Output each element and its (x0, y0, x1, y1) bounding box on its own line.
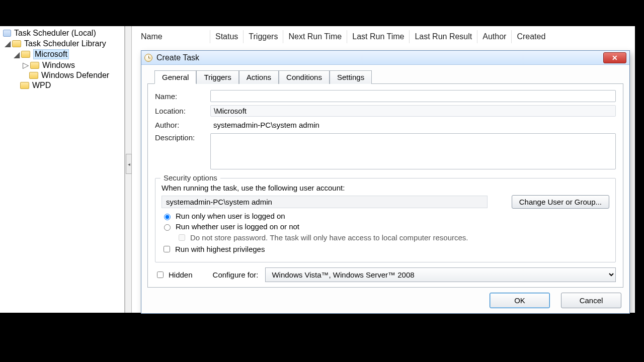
dialog-title: Create Task (156, 53, 199, 62)
radio-logged-on[interactable]: Run only when user is logged on (162, 212, 609, 220)
check-hidden-input[interactable] (157, 272, 164, 278)
tree-library-label: Task Scheduler Library (24, 39, 106, 48)
dialog-body: General Triggers Actions Conditions Sett… (141, 65, 629, 312)
main-pane: Name Status Triggers Next Run Time Last … (132, 26, 635, 313)
security-prompt: When running the task, use the following… (162, 184, 609, 192)
column-headers: Name Status Triggers Next Run Time Last … (132, 26, 635, 45)
create-task-dialog: Create Task ✕ General Triggers Actions C… (141, 50, 630, 314)
author-label: Author: (155, 121, 210, 129)
tree-wpd-label: WPD (32, 81, 51, 90)
col-next-run[interactable]: Next Run Time (283, 30, 347, 43)
folder-icon (21, 51, 30, 58)
description-input[interactable] (210, 133, 616, 169)
radio-whether[interactable]: Run whether user is logged on or not (162, 222, 609, 231)
radio-whether-input[interactable] (164, 224, 171, 231)
collapse-splitter-button[interactable]: ◂ (126, 154, 132, 174)
tree-defender-label: Windows Defender (41, 71, 109, 80)
author-value: systemadmin-PC\system admin (210, 120, 616, 130)
col-last-result[interactable]: Last Run Result (410, 30, 477, 43)
task-scheduler-window: Task Scheduler (Local) ◢ Task Scheduler … (0, 26, 635, 313)
configure-for-label: Configure for: (213, 270, 259, 279)
folder-icon (29, 72, 38, 79)
tree-pane: Task Scheduler (Local) ◢ Task Scheduler … (0, 26, 125, 313)
cancel-button[interactable]: Cancel (561, 293, 621, 308)
security-account: systemadmin-PC\system admin (162, 196, 488, 208)
col-created[interactable]: Created (512, 30, 550, 43)
radio-logged-on-input[interactable] (164, 214, 171, 220)
check-highest-privileges[interactable]: Run with highest privileges (162, 244, 609, 254)
security-options-group: Security options When running the task, … (155, 178, 616, 262)
tab-triggers[interactable]: Triggers (196, 70, 238, 84)
folder-icon (30, 62, 39, 69)
tab-general[interactable]: General (154, 70, 196, 84)
radio-whether-label: Run whether user is logged on or not (176, 222, 299, 231)
location-value: \Microsoft (210, 105, 616, 117)
tree-defender[interactable]: Windows Defender (2, 70, 124, 80)
tabstrip: General Triggers Actions Conditions Sett… (154, 70, 623, 83)
folder-icon (20, 82, 29, 89)
tree-wpd[interactable]: WPD (2, 80, 124, 90)
col-last-run[interactable]: Last Run Time (347, 30, 410, 43)
col-name[interactable]: Name (136, 30, 210, 43)
check-no-store-password-label: Do not store password. The task will onl… (190, 233, 468, 242)
description-label: Description: (155, 133, 210, 142)
col-status[interactable]: Status (210, 30, 244, 43)
tree-windows[interactable]: ▷ Windows (2, 60, 124, 70)
tree-microsoft[interactable]: ◢ Microsoft (2, 49, 124, 60)
name-input[interactable] (210, 90, 616, 102)
tab-page-general: Name: Location: \Microsoft Author: syste… (147, 83, 623, 288)
location-label: Location: (155, 107, 210, 115)
check-no-store-password[interactable]: Do not store password. The task will onl… (177, 233, 609, 242)
check-highest-privileges-input[interactable] (164, 246, 170, 252)
check-highest-privileges-label: Run with highest privileges (175, 245, 265, 253)
dialog-buttons: OK Cancel (147, 293, 623, 308)
clock-icon (144, 54, 152, 62)
dialog-titlebar[interactable]: Create Task ✕ (141, 51, 629, 65)
folder-icon (12, 40, 21, 47)
radio-logged-on-label: Run only when user is logged on (176, 212, 285, 220)
tree-windows-label: Windows (42, 61, 75, 70)
col-triggers[interactable]: Triggers (244, 30, 283, 43)
tab-settings[interactable]: Settings (330, 70, 372, 84)
tree-root-label: Task Scheduler (Local) (14, 29, 96, 38)
close-button[interactable]: ✕ (603, 52, 626, 63)
tab-conditions[interactable]: Conditions (279, 70, 330, 84)
tree-root[interactable]: Task Scheduler (Local) (2, 28, 124, 38)
expand-icon[interactable]: ▷ (22, 60, 29, 70)
check-hidden[interactable]: Hidden (155, 270, 193, 280)
splitter[interactable]: ◂ (125, 26, 132, 313)
computer-icon (3, 30, 11, 37)
collapse-icon[interactable]: ◢ (13, 50, 20, 59)
tree-library[interactable]: ◢ Task Scheduler Library (2, 38, 124, 49)
close-icon: ✕ (612, 54, 618, 62)
tree-microsoft-label: Microsoft (33, 49, 69, 59)
name-label: Name: (155, 92, 210, 101)
configure-for-select[interactable]: Windows Vista™, Windows Server™ 2008 (265, 267, 616, 282)
ok-button[interactable]: OK (490, 293, 550, 308)
check-no-store-password-input (179, 234, 185, 241)
tab-actions[interactable]: Actions (239, 70, 279, 84)
col-author[interactable]: Author (477, 30, 512, 43)
security-legend: Security options (160, 173, 220, 182)
collapse-icon[interactable]: ◢ (4, 39, 11, 48)
change-user-button[interactable]: Change User or Group... (512, 195, 609, 209)
check-hidden-label: Hidden (169, 270, 193, 279)
